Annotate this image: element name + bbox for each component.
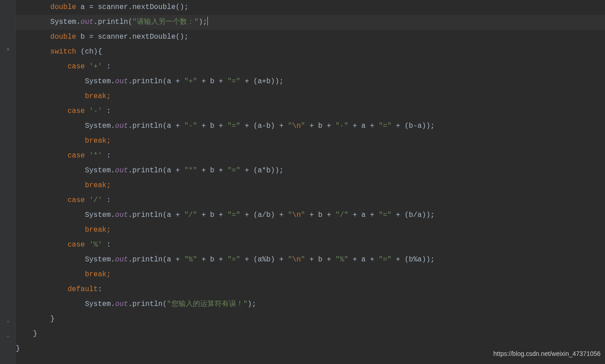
code-line: case '-' : [16,104,605,119]
keyword-switch: switch [50,48,76,56]
static-out: out [115,122,128,130]
code-line: break; [16,134,605,148]
watermark: https://blog.csdn.net/weixin_47371056 [493,346,601,361]
static-out: out [81,18,94,26]
escape-seq: \n [292,211,301,219]
code-line: case '/' : [16,193,605,208]
char-literal: '-' [89,107,102,115]
code-line: break; [16,223,605,238]
char-literal: '+' [89,63,102,71]
code-line: switch (ch){ [16,45,605,59]
code-line: System.out.println(a + "*" + b + "=" + (… [16,163,605,178]
string-literal: "您输入的运算符有误！" [167,300,247,308]
static-out: out [115,77,128,85]
char-literal: '%' [89,241,102,249]
fold-icon[interactable]: ▾ [6,48,11,52]
keyword-break: break; [85,137,111,145]
code-line: System.out.println(a + "/" + b + "=" + (… [16,208,605,223]
code-editor[interactable]: double a = scanner.nextDouble(); System.… [16,0,605,356]
code-line: break; [16,89,605,104]
code-line: System.out.println(a + "%" + b + "=" + (… [16,252,605,267]
code-line-current: System.out.println("请输入另一个数："); [16,15,605,30]
keyword-case: case [67,107,89,115]
escape-seq: \n [292,122,301,130]
code-line: double b = scanner.nextDouble(); [16,30,605,45]
string-literal: "请输入另一个数：" [132,18,198,26]
static-out: out [115,256,128,264]
fold-end-icon[interactable]: ⌃ [6,336,11,341]
code-line: case '%' : [16,238,605,252]
editor-gutter: ▾ ⌃ ⌃ [0,0,16,364]
static-out: out [115,166,128,175]
keyword-double: double [50,3,76,11]
keyword-break: break; [85,181,111,189]
fold-end-icon[interactable]: ⌃ [6,321,11,326]
code-line: } [16,312,605,327]
code-line: System.out.println(a + "-" + b + "=" + (… [16,119,605,134]
code-line: } [16,327,605,342]
keyword-break: break; [85,226,111,234]
keyword-break: break; [85,270,111,279]
static-out: out [115,300,128,308]
code-line: case '+' : [16,59,605,74]
char-literal: '*' [89,152,102,160]
keyword-double: double [50,33,76,41]
code-line: break; [16,178,605,193]
char-literal: '/' [89,196,102,204]
code-line: default: [16,282,605,297]
keyword-default: default [67,285,98,293]
escape-seq: \n [292,256,301,264]
code-line: break; [16,267,605,282]
code-line: System.out.println("您输入的运算符有误！"); [16,297,605,312]
keyword-case: case [67,152,89,160]
code-line: System.out.println(a + "+" + b + "=" + (… [16,74,605,89]
keyword-case: case [67,196,89,204]
keyword-break: break; [85,92,111,100]
static-out: out [115,211,128,219]
keyword-case: case [67,63,89,71]
code-line: case '*' : [16,148,605,163]
text-caret [207,17,208,26]
code-line: double a = scanner.nextDouble(); [16,0,605,15]
keyword-case: case [67,241,89,249]
